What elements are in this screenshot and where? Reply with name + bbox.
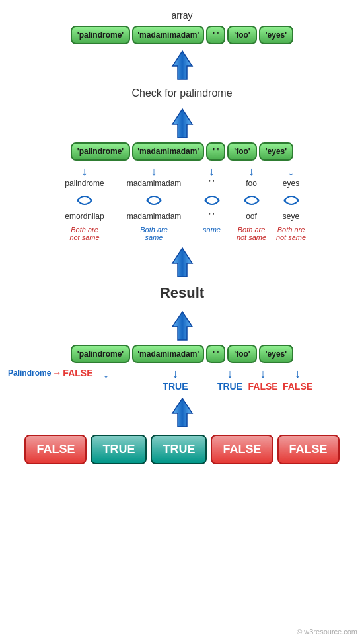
small-arrow-0: ↓ xyxy=(82,165,88,177)
word-original-0: palindrome xyxy=(65,179,104,188)
circular-arrows-2 xyxy=(199,191,225,210)
res-arrow-2: ↓ xyxy=(215,368,245,380)
status-2: same xyxy=(203,226,221,234)
arrow-down-1 xyxy=(169,48,196,81)
final-badge-0: FALSE xyxy=(24,435,87,464)
arrow-down-2 xyxy=(169,106,196,139)
circular-arrows-0 xyxy=(71,191,98,210)
arrow-down-3 xyxy=(169,245,196,278)
array-item-4: 'eyes' xyxy=(259,26,293,44)
palindrome-label: Palindrome → FALSE xyxy=(8,368,92,378)
final-row: FALSE TRUE TRUE FALSE FALSE xyxy=(24,435,339,464)
svg-marker-13 xyxy=(172,312,192,340)
sep-3 xyxy=(233,224,270,224)
final-badge-2: TRUE xyxy=(151,435,207,464)
word-original-3: foo xyxy=(246,179,257,188)
circular-arrows-4 xyxy=(278,191,305,210)
status-1: Both aresame xyxy=(140,226,168,241)
first-array-row: 'palindrome' 'madamimadam' ' ' 'foo' 'ey… xyxy=(71,26,293,44)
word-original-4: eyes xyxy=(283,179,299,188)
bool-true-1: TRUE xyxy=(163,381,188,392)
final-badge-3: FALSE xyxy=(211,435,273,464)
check-col-2: ↓ ' ' ' ' same xyxy=(194,164,230,234)
status-3: Both arenot same xyxy=(237,226,266,241)
check-columns: ↓ palindrome emordnilap Both arenot same… xyxy=(7,164,357,241)
final-badge-1: TRUE xyxy=(91,435,147,464)
small-arrow-2: ↓ xyxy=(209,165,215,177)
check-col-4: ↓ eyes seye Both arenot same xyxy=(273,164,309,241)
svg-marker-0 xyxy=(172,51,192,79)
result-label: Result xyxy=(160,284,204,302)
array-item-m-0: 'palindrome' xyxy=(71,142,130,161)
array-item-1: 'madamimadam' xyxy=(132,26,204,44)
final-badge-4: FALSE xyxy=(277,435,340,464)
sep-0 xyxy=(55,224,114,224)
array-item-m-1: 'madamimadam' xyxy=(132,142,204,161)
array-item-r-3: 'foo' xyxy=(227,345,256,363)
res-arrow-1: ↓ xyxy=(139,368,212,380)
circular-arrows-3 xyxy=(238,191,265,210)
watermark: © w3resource.com xyxy=(297,628,357,636)
check-col-3: ↓ foo oof Both arenot same xyxy=(233,164,270,241)
arrow-right-icon: → xyxy=(52,368,61,378)
word-reversed-3: oof xyxy=(246,212,257,221)
res-arrow-4: ↓ xyxy=(281,368,314,380)
array-item-0: 'palindrome' xyxy=(71,26,130,44)
svg-marker-1 xyxy=(172,109,192,138)
arrow-down-4 xyxy=(169,308,196,341)
array-label: array xyxy=(172,10,193,21)
sep-1 xyxy=(118,224,190,224)
word-reversed-2: ' ' xyxy=(209,212,215,221)
bool-false-4: FALSE xyxy=(283,381,312,392)
small-arrow-1: ↓ xyxy=(151,165,157,177)
arrow-down-5 xyxy=(169,395,196,428)
word-original-1: madamimadam xyxy=(127,179,182,188)
check-col-0: ↓ palindrome emordnilap Both arenot same xyxy=(55,164,114,241)
array-item-r-1: 'madamimadam' xyxy=(132,345,204,363)
word-reversed-4: seye xyxy=(283,212,299,221)
status-4: Both arenot same xyxy=(276,226,306,241)
small-arrow-3: ↓ xyxy=(248,165,254,177)
bool-true-2: TRUE xyxy=(217,381,242,392)
array-item-m-3: 'foo' xyxy=(227,142,256,161)
circular-arrows-1 xyxy=(141,191,167,210)
bool-row: ↓ ↓ TRUE ↓ TRUE ↓ FALSE ↓ FALSE xyxy=(77,366,314,392)
array-item-m-4: 'eyes' xyxy=(259,142,293,161)
diagram-container: array 'palindrome' 'madamimadam' ' ' 'fo… xyxy=(0,0,364,474)
array-item-3: 'foo' xyxy=(227,26,256,44)
array-item-r-4: 'eyes' xyxy=(259,345,293,363)
array-item-2: ' ' xyxy=(206,26,225,44)
sep-2 xyxy=(194,224,230,224)
result-false-0: FALSE xyxy=(63,368,92,378)
palindrome-text: Palindrome xyxy=(8,368,51,378)
svg-marker-12 xyxy=(172,248,192,277)
second-array-row: 'palindrome' 'madamimadam' ' ' 'foo' 'ey… xyxy=(71,142,293,161)
check-label: Check for palindrome xyxy=(131,87,232,99)
word-reversed-0: emordnilap xyxy=(65,212,104,221)
sep-4 xyxy=(273,224,309,224)
word-reversed-1: madamimadam xyxy=(127,212,182,221)
array-item-r-2: ' ' xyxy=(206,345,225,363)
bool-false-3: FALSE xyxy=(248,381,278,392)
array-item-r-0: 'palindrome' xyxy=(71,345,130,363)
svg-marker-14 xyxy=(172,398,192,427)
res-arrow-3: ↓ xyxy=(248,368,278,380)
small-arrow-4: ↓ xyxy=(288,165,294,177)
check-col-1: ↓ madamimadam madamimadam Both aresame xyxy=(118,164,190,241)
word-original-2: ' ' xyxy=(209,179,215,188)
status-0: Both arenot same xyxy=(69,226,99,241)
third-array-row: 'palindrome' 'madamimadam' ' ' 'foo' 'ey… xyxy=(71,345,293,363)
array-item-m-2: ' ' xyxy=(206,142,225,161)
